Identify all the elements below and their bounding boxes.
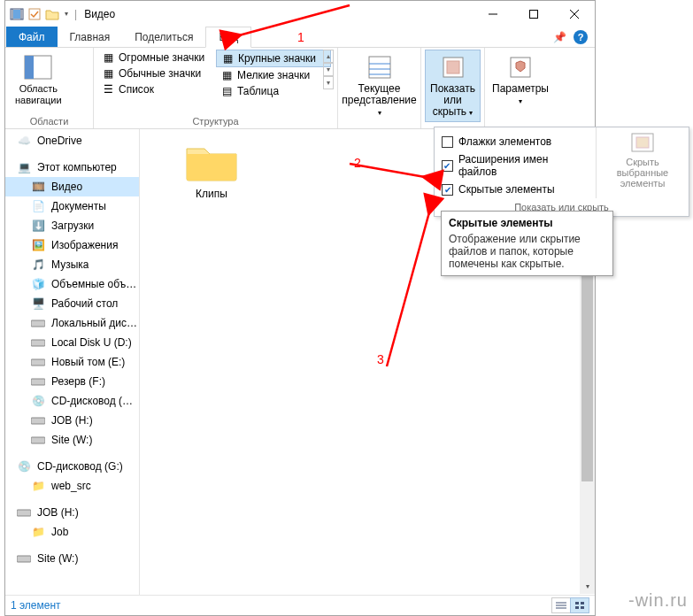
download-icon: ⬇️: [30, 218, 46, 234]
svg-rect-24: [17, 510, 31, 516]
layout-list[interactable]: ☰Список: [97, 81, 212, 97]
options-icon: [506, 53, 535, 81]
svg-rect-19: [31, 340, 45, 346]
maximize-button[interactable]: [513, 1, 554, 27]
desktop-icon: 🖥️: [30, 296, 46, 312]
pc-icon: 💻: [16, 159, 32, 175]
tree-video[interactable]: 🎞️Видео: [5, 177, 139, 196]
tab-view[interactable]: Вид: [205, 27, 251, 48]
tree-documents[interactable]: 📄Документы: [5, 196, 139, 216]
svg-rect-25: [17, 556, 31, 562]
current-view-label: Текущее представление: [342, 82, 416, 106]
drive-icon: [30, 354, 46, 370]
layout-small[interactable]: ▦Мелкие значки: [216, 67, 331, 83]
hide-selected-button[interactable]: Скрыть выбранные элементы: [596, 127, 689, 198]
tooltip-body: Отображение или скрытие файлов и папок, …: [449, 233, 605, 270]
tree-3d[interactable]: 🧊Объемные объ…: [5, 274, 139, 294]
app-icon: [9, 6, 25, 22]
current-view-button[interactable]: Текущее представление ▾: [342, 50, 417, 122]
annotation-2: 2: [354, 156, 361, 170]
tree-reserve-f[interactable]: Резерв (F:): [5, 372, 139, 391]
tree-onedrive[interactable]: ☁️OneDrive: [5, 131, 139, 150]
window-title: Видео: [81, 8, 115, 20]
drive-icon: [16, 504, 32, 520]
minimize-ribbon-icon[interactable]: 📌: [553, 31, 566, 43]
layout-large[interactable]: ▦Крупные значки: [216, 50, 331, 67]
svg-rect-3: [13, 10, 20, 19]
show-hide-button[interactable]: Показать или скрыть ▾: [425, 50, 481, 122]
current-view-icon: [366, 53, 394, 81]
folder-item[interactable]: Клипы: [172, 140, 251, 200]
view-details-button[interactable]: [551, 597, 571, 613]
minimize-button[interactable]: [473, 1, 513, 27]
folder-icon: 📁: [30, 478, 46, 494]
tree-job-h[interactable]: JOB (H:): [5, 411, 139, 430]
checkbox-checked-icon: ✔: [442, 184, 453, 196]
tree-localdisk-d[interactable]: Local Disk U (D:): [5, 333, 139, 352]
tree-site-w[interactable]: Site (W:): [5, 430, 139, 450]
ribbon-view: Область навигации Области ▦Огромные знач…: [5, 48, 595, 129]
layout-gallery[interactable]: ▦Огромные значки ▦Обычные значки ☰Список…: [97, 50, 321, 99]
svg-rect-18: [31, 320, 45, 327]
chk-item-checkboxes[interactable]: Флажки элементов: [440, 133, 590, 150]
view-large-button[interactable]: [570, 597, 589, 613]
tree-downloads[interactable]: ⬇️Загрузки: [5, 216, 139, 235]
tree-localdisk-c[interactable]: Локальный дис…: [5, 313, 139, 333]
tab-share[interactable]: Поделиться: [122, 27, 205, 47]
navigation-tree[interactable]: ☁️OneDrive 💻Этот компьютер 🎞️Видео 📄Доку…: [5, 129, 140, 595]
titlebar: ▾ | Видео: [5, 1, 595, 27]
tree-cd-g2[interactable]: 💿CD-дисковод (G:): [5, 457, 139, 476]
drive-icon: [30, 315, 46, 331]
music-icon: 🎵: [30, 257, 46, 273]
chk-file-extensions[interactable]: ✔ Расширения имен файлов: [440, 150, 590, 181]
svg-rect-4: [29, 9, 40, 19]
layout-details[interactable]: ▤Таблица: [216, 83, 331, 99]
tree-newvol-e[interactable]: Новый том (E:): [5, 352, 139, 372]
drive-icon: [30, 412, 46, 428]
tree-pictures[interactable]: 🖼️Изображения: [5, 235, 139, 255]
tooltip: Скрытые элементы Отображение или скрытие…: [441, 211, 613, 276]
svg-rect-22: [31, 418, 45, 424]
checkbox-checked-icon: ✔: [442, 160, 453, 172]
navigation-pane-button[interactable]: Область навигации: [9, 50, 68, 110]
tree-websrc[interactable]: 📁web_src: [5, 476, 139, 496]
qat-dropdown-icon[interactable]: ▾: [62, 6, 71, 22]
options-label: Параметры: [492, 82, 549, 95]
svg-rect-10: [25, 56, 34, 79]
tree-cd-g[interactable]: 💿CD-дисковод (G…: [5, 391, 139, 411]
drive-icon: [30, 373, 46, 389]
tree-job-folder[interactable]: 📁Job: [5, 522, 139, 542]
status-count: 1 элемент: [11, 599, 61, 612]
checkbox-unchecked-icon: [442, 136, 453, 148]
doc-icon: 📄: [30, 198, 46, 214]
svg-rect-21: [31, 379, 45, 385]
folder-icon: [183, 140, 240, 184]
svg-rect-31: [575, 606, 579, 609]
layout-medium[interactable]: ▦Обычные значки: [97, 65, 212, 81]
cube-icon: 🧊: [30, 276, 46, 292]
drive-icon: [16, 551, 32, 566]
tree-job-h2[interactable]: JOB (H:): [5, 503, 139, 522]
qat-properties-icon[interactable]: [27, 6, 42, 22]
video-icon: 🎞️: [30, 179, 46, 195]
qat-folder-icon[interactable]: [44, 6, 60, 22]
hide-icon: [629, 131, 656, 157]
help-icon[interactable]: ?: [574, 30, 588, 44]
chk-hidden-items[interactable]: ✔ Скрытые элементы: [440, 181, 590, 198]
show-hide-dropdown: Флажки элементов ✔ Расширения имен файло…: [434, 127, 689, 217]
tree-site-w2[interactable]: Site (W:): [5, 549, 139, 568]
picture-icon: 🖼️: [30, 237, 46, 253]
layout-extra-large[interactable]: ▦Огромные значки: [97, 50, 212, 65]
navigation-pane-icon: [24, 53, 52, 81]
layout-scroller[interactable]: ▴▾▾: [321, 50, 334, 89]
tree-desktop[interactable]: 🖥️Рабочий стол: [5, 294, 139, 313]
cd-icon: 💿: [16, 458, 32, 474]
svg-rect-34: [636, 137, 649, 148]
show-hide-icon: [439, 53, 467, 81]
options-button[interactable]: Параметры▾: [489, 50, 552, 111]
tab-file[interactable]: Файл: [6, 27, 58, 47]
tree-this-pc[interactable]: 💻Этот компьютер: [5, 158, 139, 177]
tree-music[interactable]: 🎵Музыка: [5, 255, 139, 274]
close-button[interactable]: [554, 1, 595, 27]
tab-home[interactable]: Главная: [58, 27, 123, 47]
